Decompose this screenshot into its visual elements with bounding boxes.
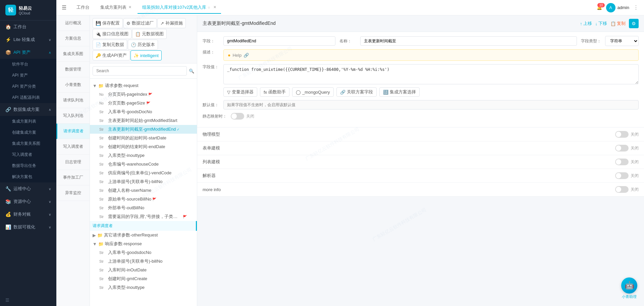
save-config-button[interactable]: 💾 保存配置: [93, 18, 123, 28]
tree-item-res-inouttype[interactable]: Str 入库类型-inouttype: [90, 283, 197, 292]
search-icon[interactable]: 🔍: [189, 69, 194, 74]
tab-close-current[interactable]: ✕: [213, 5, 216, 9]
tree-item-goodsdocNo[interactable]: Str 入库单号-goodsdocNo: [90, 248, 197, 257]
tree-item-gmtModifiedStart[interactable]: Str 主表更新时间起始-gmtModifiedStart: [90, 116, 197, 125]
tab-current-scheme[interactable]: 组装拆卸入库对接107v2其他入库 ○ ✕: [138, 2, 221, 14]
nav-item-data-mgmt[interactable]: 数据管理: [56, 62, 90, 77]
tab-scheme-list[interactable]: 集成方案列表 ✕: [96, 2, 136, 14]
sidebar-sub-api-category[interactable]: API 资产分类: [0, 81, 56, 92]
data-filter-button[interactable]: ⚙ 数据过滤厂: [123, 18, 157, 28]
static-toggle-text: 关闭: [246, 114, 254, 119]
tree-item-gmtModifiedEnd[interactable]: Str 主表更新时间截至-gmtModifiedEnd ✓: [90, 125, 197, 134]
tree-folder-request[interactable]: ▼ 📁 请求参数-request: [90, 81, 197, 90]
tree-item-outBillNo[interactable]: Str 外部单号-outBillNo: [90, 204, 197, 212]
nav-item-event-factory[interactable]: 事件加工厂: [56, 170, 90, 185]
admin-menu[interactable]: A admin: [606, 3, 629, 12]
tree-item-endDate[interactable]: Str 创建时间的结束时间-endDate: [90, 142, 197, 151]
physical-model-switch[interactable]: [615, 131, 629, 138]
mongo-query-button[interactable]: ◯ _mongoQuery: [292, 87, 333, 97]
sidebar-item-ops[interactable]: 🔧 运维中心 ∨: [0, 182, 56, 195]
sidebar-sub-write-scheduler[interactable]: 写入调度者: [0, 149, 56, 160]
sidebar-item-finance[interactable]: 💰 财务对账 ∨: [0, 208, 56, 221]
field-input[interactable]: [223, 36, 335, 46]
sidebar-bottom-menu[interactable]: ☰: [0, 294, 56, 306]
sidebar-sub-create-scheme[interactable]: 创建集成方案: [0, 127, 56, 138]
sidebar-item-dataviz[interactable]: 📊 数据可视化 ∨: [0, 221, 56, 233]
tree-item-startDate[interactable]: Str 创建时间的起始时间-startDate: [90, 134, 197, 142]
sidebar-sub-solution-pack[interactable]: 解决方案包: [0, 171, 56, 182]
sidebar-sub-scheme-graph[interactable]: 集成方案关系图: [0, 138, 56, 149]
tree-label-inOutDate: 入库时间-inOutDate: [108, 267, 147, 273]
copy-meta-button[interactable]: 📄 复制元数据: [93, 40, 127, 50]
move-up-button[interactable]: ↑ 上移: [580, 20, 592, 27]
assistant-widget[interactable]: 🤖 小青助理: [621, 277, 637, 299]
nav-item-write-scheduler[interactable]: 写入调度者: [56, 139, 90, 155]
tree-item-billNo[interactable]: Str 上游单据号(关联单号)-billNo: [90, 177, 197, 186]
nav-item-request-pool[interactable]: 请求队列池: [56, 93, 90, 108]
function-helper-button[interactable]: fx 函数助手: [260, 87, 289, 97]
補漏-button[interactable]: ↗ 补漏措施: [157, 18, 186, 28]
topbar-menu-icon[interactable]: ☰: [62, 4, 66, 11]
tree-item-inouttype[interactable]: Str 入库类型-inouttype: [90, 151, 197, 160]
nav-item-write-pool[interactable]: 写入队列池: [56, 108, 90, 124]
tree-item-pageIndex[interactable]: Nο 分页页码-pageIndex 🚩: [90, 90, 197, 99]
copy-field-button[interactable]: 📋 复制: [610, 20, 626, 27]
tree-item-goodsDocNo[interactable]: Str 入库单号-goodsDocNo: [90, 107, 197, 116]
move-down-button[interactable]: ↓ 下移: [595, 20, 607, 27]
tree-folder-response[interactable]: ▼ 📁 响应参数-response: [90, 239, 197, 248]
sidebar-sub-software-platform[interactable]: 软件平台: [0, 59, 56, 70]
gen-api-button[interactable]: 🔑 生成API资产: [93, 50, 130, 60]
nav-item-xiaoqing[interactable]: 小青查数: [56, 77, 90, 93]
related-field-button[interactable]: 🔗 关联方案字段: [336, 87, 377, 97]
sidebar-sub-export-task[interactable]: 数据导出任务: [0, 160, 56, 171]
tab-close-scheme-list[interactable]: ✕: [128, 5, 131, 9]
sidebar-item-workbench[interactable]: 🏠 工作台: [0, 20, 56, 33]
static-toggle-switch[interactable]: [231, 113, 244, 120]
variable-selector-button[interactable]: ▽ 变量选择器: [223, 87, 257, 97]
tree-item-sourceBillNo[interactable]: Str 原始单号-sourceBillNo 🚩: [90, 195, 197, 204]
parser-switch[interactable]: [615, 172, 629, 179]
notification-button[interactable]: 🔔 10: [597, 5, 602, 10]
list-model-switch[interactable]: [615, 159, 629, 165]
sidebar-item-lite[interactable]: ⚡ Lite 轻集成 ∨: [0, 33, 56, 46]
form-model-switch[interactable]: [615, 145, 629, 151]
type-select[interactable]: 字符串 整数 浮点数 布尔值 对象 数组: [605, 36, 639, 46]
nav-item-overview[interactable]: 运行概况: [56, 15, 90, 31]
nav-item-log[interactable]: 日志管理: [56, 155, 90, 170]
name-input[interactable]: [360, 36, 577, 46]
search-input[interactable]: [93, 66, 187, 76]
tree-item-pageSize[interactable]: Nο 分页页数-pageSize 🚩: [90, 99, 197, 107]
tree-item-selelctFields[interactable]: Str 需要返回的字段,用','号拼接，子类用子类名称.属性-selelctFi…: [90, 212, 197, 221]
interface-view-button[interactable]: 🔌 接口信息视图: [93, 29, 131, 39]
sidebar-sub-api-assets[interactable]: API 资产: [0, 70, 56, 81]
tree-item-warehouseCode[interactable]: Str 仓库编号-warehouseCode: [90, 160, 197, 169]
meta-view-button[interactable]: 📋 元数据视图: [132, 29, 167, 39]
sidebar-sub-api-adapter[interactable]: API 适配器列表: [0, 92, 56, 103]
tab-workbench[interactable]: 工作台: [72, 2, 94, 14]
scheme-select-button[interactable]: 🔢 集成方案选择: [379, 87, 420, 97]
settings-button[interactable]: ⚙: [629, 19, 639, 28]
tree-item-userName[interactable]: Str 创建人名称-userName: [90, 186, 197, 195]
sidebar-sub-scheme-list[interactable]: 集成方案列表: [0, 116, 56, 127]
tree-item-vendCode[interactable]: Str 供应商编号(往来单位)-vendCode: [90, 169, 197, 177]
sidebar-item-resource[interactable]: 📚 资源中心 ∨: [0, 195, 56, 208]
requester-link[interactable]: 请求调度者: [90, 221, 197, 231]
field-value-textarea[interactable]: _function from_unixtime({{CURRENT_TIME}}…: [223, 64, 639, 84]
more-info-switch[interactable]: [615, 186, 629, 193]
intelligent-button[interactable]: ✨ intelligent: [130, 50, 162, 60]
sidebar-item-api[interactable]: 📦 API 资产 ∧: [0, 46, 56, 59]
tree-folder-other-request[interactable]: ▶ 📁 其它请求参数-otherRequest: [90, 231, 197, 239]
tree-item-res-billNo[interactable]: Str 上游单据号(关联单号)-billNo: [90, 257, 197, 266]
tree-label-sourceBillNo: 原始单号-sourceBillNo: [108, 196, 151, 202]
default-input[interactable]: [223, 100, 639, 110]
flag-icon-sourceBillNo: 🚩: [152, 198, 156, 201]
nav-item-scheme-info[interactable]: 方案信息: [56, 31, 90, 46]
history-button[interactable]: 🕐 历史版本: [128, 40, 158, 50]
tree-item-gmtCreate[interactable]: Str 创建时间-gmtCreate: [90, 274, 197, 283]
sidebar-item-data-integration[interactable]: 🔗 数据集成方案 ∧: [0, 103, 56, 116]
nav-item-exception[interactable]: 异常监控: [56, 185, 90, 201]
tree-item-inOutDate[interactable]: Str 入库时间-inOutDate: [90, 266, 197, 274]
nav-item-request-scheduler[interactable]: 请求调度者: [56, 124, 90, 139]
nav-item-relation-graph[interactable]: 集成关系图: [56, 46, 90, 62]
more-options-button[interactable]: ⋮: [633, 4, 639, 11]
